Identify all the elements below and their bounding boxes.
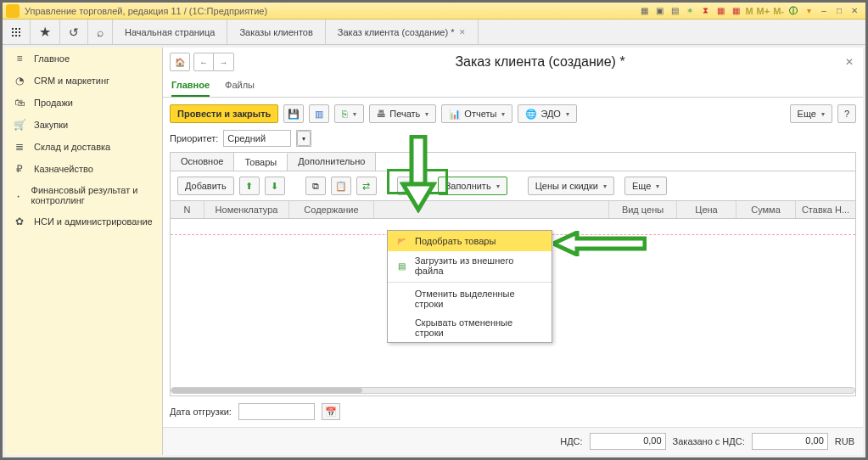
tb-btn6[interactable]: ▦	[714, 5, 726, 17]
nds-field[interactable]: 0,00	[590, 433, 666, 450]
form-tab-main[interactable]: Главное	[171, 76, 210, 97]
reports-button[interactable]: 📊Отчеты▾	[441, 104, 512, 123]
form-tab-files[interactable]: Файлы	[225, 76, 255, 97]
m-plus-btn[interactable]: M+	[757, 6, 770, 16]
priority-dd[interactable]: ▾	[296, 130, 311, 147]
sidebar-item-main[interactable]: ≡Главное	[5, 48, 162, 70]
sidebar-item-warehouse[interactable]: ≣Склад и доставка	[5, 136, 162, 158]
forward-button[interactable]: →	[214, 53, 234, 71]
m-btn[interactable]: M	[745, 6, 753, 16]
file-icon: ▤	[396, 260, 408, 272]
sidebar-item-nsi[interactable]: ✿НСИ и администрирование	[5, 210, 162, 233]
sidebar-item-label: CRM и маркетинг	[34, 76, 109, 86]
btn-label: ?	[844, 109, 849, 119]
sales-icon: 🛍	[14, 97, 25, 109]
tb-btn1[interactable]: ▦	[638, 5, 650, 17]
link-icon: ⎘	[342, 109, 348, 119]
ship-date-input[interactable]	[238, 403, 315, 420]
menu-grid-button[interactable]	[3, 20, 31, 44]
menu-pick-goods[interactable]: 📂Подобрать товары	[388, 231, 552, 251]
priority-select[interactable]: Средний	[223, 130, 291, 147]
back-button[interactable]: ←	[193, 53, 214, 71]
fill-button[interactable]: Заполнить▾	[438, 177, 507, 195]
sidebar-item-label: Продажи	[34, 98, 73, 108]
home-button[interactable]: 🏠	[170, 53, 190, 71]
currency-label: RUB	[835, 436, 854, 446]
sidebar-item-sales[interactable]: 🛍Продажи	[5, 92, 162, 114]
th-rate: Ставка Н...	[796, 201, 855, 218]
calendar-icon: 📅	[325, 407, 337, 418]
folder-icon: 📂	[396, 235, 408, 247]
create-based-button[interactable]: ⎘▾	[334, 104, 364, 123]
max-btn[interactable]: □	[833, 5, 845, 17]
ftab-label: Файлы	[225, 80, 255, 90]
it-label: Дополнительно	[298, 156, 365, 166]
sidebar-item-label: Главное	[34, 53, 70, 64]
share-button[interactable]: ⇄	[356, 177, 377, 195]
edo-button[interactable]: 🌐ЭДО▾	[518, 104, 577, 123]
tab-active[interactable]: Заказ клиента (создание) *✕	[326, 20, 479, 44]
inner-tab-basic[interactable]: Основное	[171, 153, 234, 171]
more-rows-button[interactable]: Еще▾	[624, 177, 667, 195]
sidebar-item-finres[interactable]: ⬪Финансовый результат и контроллинг	[5, 180, 162, 210]
treasury-icon: ₽	[14, 163, 25, 175]
priority-label: Приоритет:	[170, 133, 218, 143]
m-minus-btn[interactable]: M-	[773, 6, 784, 16]
btn-label: Цены и скидки	[535, 181, 598, 191]
history-button[interactable]: ↺	[60, 20, 88, 44]
h-scrollbar[interactable]	[171, 385, 855, 395]
close-window-btn[interactable]: ✕	[848, 5, 860, 17]
paste-button[interactable]: 📋	[331, 177, 351, 195]
main-area: 🏠 ← → Заказ клиента (создание) * ✕ Главн…	[163, 48, 863, 455]
tb-btn2[interactable]: ▣	[653, 5, 665, 17]
favorite-button[interactable]: ★	[31, 20, 60, 44]
btn-label: Печать	[389, 109, 420, 119]
more-button[interactable]: Еще▾	[790, 104, 832, 123]
prices-button[interactable]: Цены и скидки▾	[528, 177, 614, 195]
sidebar-item-label: Казначейство	[34, 164, 93, 174]
sidebar-item-purchases[interactable]: 🛒Закупки	[5, 114, 162, 136]
save-button[interactable]: 💾	[283, 104, 304, 123]
post-and-close-button[interactable]: Провести и закрыть	[170, 104, 278, 123]
tab-home[interactable]: Начальная страница	[113, 20, 227, 44]
app-icon	[6, 4, 20, 18]
user-btn[interactable]: ▾	[803, 5, 815, 17]
post-button[interactable]: ▥	[309, 104, 329, 123]
btn-label: Добавить	[185, 181, 227, 191]
menu-load-file[interactable]: ▤Загрузить из внешнего файла	[388, 251, 552, 280]
inner-tab-extra[interactable]: Дополнительно	[288, 153, 376, 171]
info-btn[interactable]: ⓘ	[787, 5, 799, 17]
tb-btn5[interactable]: ⧗	[699, 5, 711, 17]
menu-cancel-selected[interactable]: Отменить выделенные строки	[388, 284, 552, 313]
tab-active-label: Заказ клиента (создание) *	[338, 27, 455, 37]
print-button[interactable]: 🖶Печать▾	[369, 104, 436, 123]
min-btn[interactable]: –	[818, 5, 830, 17]
close-tab-icon[interactable]: ✕	[459, 28, 466, 36]
add-row-button[interactable]: Добавить	[177, 177, 234, 195]
crm-icon: ◔	[14, 75, 25, 87]
th-price: Цена	[677, 201, 736, 218]
sidebar-item-crm[interactable]: ◔CRM и маркетинг	[5, 70, 162, 92]
help-button[interactable]: ?	[837, 104, 856, 123]
supply-button[interactable]: 📄	[397, 177, 417, 195]
search-button[interactable]: ⌕	[88, 20, 113, 44]
inner-tab-goods[interactable]: Товары	[234, 154, 288, 171]
tb-btn4[interactable]: ✶	[684, 5, 696, 17]
tab-orders[interactable]: Заказы клиентов	[227, 20, 325, 44]
move-up-button[interactable]: ⬆	[239, 177, 260, 195]
copy-button[interactable]: ⧉	[305, 177, 326, 195]
tb-btn3[interactable]: ▤	[669, 5, 680, 17]
tb-btn7[interactable]: ▦	[730, 5, 742, 17]
fill-dropdown: 📂Подобрать товары ▤Загрузить из внешнего…	[387, 230, 552, 343]
btn-label: ЭДО	[540, 109, 561, 119]
print-icon: 🖶	[377, 109, 386, 119]
ordered-nds-field[interactable]: 0,00	[752, 433, 828, 450]
close-page-button[interactable]: ✕	[843, 56, 856, 68]
gear-icon: ✿	[14, 216, 25, 227]
move-down-button[interactable]: ⬇	[265, 177, 285, 195]
th-sum: Сумма	[736, 201, 796, 218]
menu-hide-cancelled[interactable]: Скрывать отмененные строки	[388, 313, 552, 342]
save-icon: 💾	[288, 109, 300, 120]
calendar-button[interactable]: 📅	[322, 403, 340, 420]
sidebar-item-treasury[interactable]: ₽Казначейство	[5, 158, 162, 180]
